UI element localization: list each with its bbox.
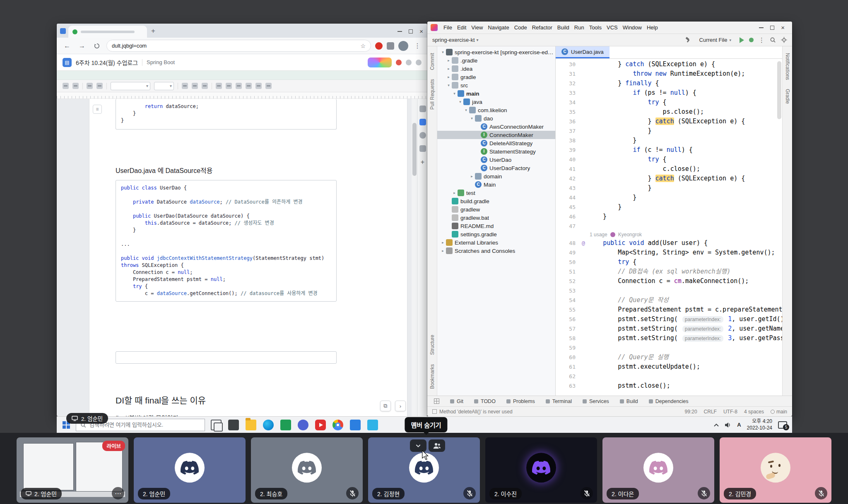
ide-menu-view[interactable]: View [469,23,485,32]
code-line[interactable]: 60 // Query문 실행 [556,353,782,362]
hide-members-button[interactable] [429,439,445,452]
align-left-icon[interactable] [216,83,222,89]
code-line[interactable]: 44 } [556,193,782,202]
project-tree-item[interactable]: ▸test [437,189,555,197]
print-icon[interactable] [87,83,93,89]
project-tree-item[interactable]: CDeleteAllStrategy [437,139,555,147]
table-icon[interactable] [255,83,262,89]
code-line[interactable]: 54 // Query문 작성 [556,295,782,305]
project-tree-item[interactable]: settings.gradle [437,230,555,238]
document-page[interactable]: ≡ return dataSource; }} UserDao.java 에 D… [89,99,407,416]
tool-window-terminal[interactable]: Terminal [546,398,572,404]
code-line[interactable]: 62 [556,372,782,381]
code-line[interactable]: 34 try { [556,98,782,107]
code-line[interactable]: 46 } [556,212,782,221]
ide-menu-tools[interactable]: Tools [587,23,604,32]
ide-menu-window[interactable]: Window [620,23,644,32]
code-line[interactable]: 37 } [556,126,782,136]
taskbar-search-input[interactable] [89,422,200,428]
project-tree-item[interactable]: gradlew [437,205,555,214]
empty-code-block[interactable] [116,351,337,364]
participant-tile-3[interactable]: 2. 최승호 [251,437,363,503]
app-blue-icon[interactable] [298,420,308,430]
project-tree-item[interactable]: ▸Scratches and Consoles [437,247,555,255]
code-line[interactable]: 59 [556,343,782,353]
project-tree-item[interactable]: ▾com.likelion [437,106,555,114]
rail-profile-icon[interactable] [419,132,426,139]
search-everywhere-icon[interactable] [770,37,776,43]
code-line[interactable]: 61 pstmt.executeUpdate(); [556,362,782,372]
editor-scrollbar[interactable] [777,61,781,119]
file-encoding[interactable]: UTF-8 [723,409,737,415]
code-line[interactable]: 57 pstmt.setString( parameterIndex: 2, u… [556,324,782,334]
project-tree-item[interactable]: ▸gradle [437,73,555,81]
code-line[interactable]: 33 if (ps != null) { [556,88,782,98]
collapse-panel-button[interactable]: › [395,401,406,411]
options-icon[interactable] [416,60,422,65]
new-tab-button[interactable]: + [151,27,155,35]
ide-menu-edit[interactable]: Edit [455,23,469,32]
vscode-icon[interactable] [350,420,361,430]
tool-window-tab-commit[interactable]: Commit [429,53,435,70]
tool-window-git[interactable]: Git [450,398,463,404]
tool-window-build[interactable]: Build [620,398,638,404]
app-dark-icon[interactable] [228,420,239,430]
project-tree-item[interactable]: ▾dao [437,114,555,122]
record-icon[interactable] [396,60,402,65]
participant-tile-1[interactable]: 라이브⋯2. 엄순민 [17,437,128,503]
forward-button[interactable]: → [77,41,87,51]
rail-documents-icon[interactable] [419,106,426,112]
rail-add-icon[interactable]: + [421,158,424,166]
tool-window-tab-notifications[interactable]: Notifications [785,53,790,80]
tool-windows-grid-icon[interactable] [434,398,439,404]
indent-setting[interactable]: 4 spaces [744,409,764,415]
project-breadcrumb[interactable]: spring-exercise-kt [432,37,475,43]
tool-window-services[interactable]: Services [583,398,609,404]
participant-tile-5[interactable]: 2. 이수진 [485,437,597,503]
usages-hint[interactable]: 1 usageKyeongrok [556,231,782,238]
code-line[interactable]: 39 if (c != null) { [556,145,782,155]
minimize-button[interactable] [759,27,764,28]
project-tree-item[interactable]: ▾spring-exercise-kt [spring-exercise-edu… [437,48,555,56]
profile-avatar[interactable] [398,41,408,51]
project-tree-item[interactable]: CMain [437,180,555,189]
tool-window-problems[interactable]: Problems [506,398,535,404]
code-line[interactable]: 38 } [556,136,782,145]
redo-icon[interactable] [72,83,79,89]
ide-menu-run[interactable]: Run [572,23,587,32]
ide-menu-code[interactable]: Code [512,23,530,32]
project-tree-item[interactable]: ▾src [437,81,555,89]
project-tree-item[interactable]: ▸domain [437,172,555,180]
code-line[interactable]: 42 } catch (SQLException e) { [556,174,782,183]
format-paint-icon[interactable] [96,83,103,89]
speaker-icon[interactable] [725,422,731,428]
ide-menu-refactor[interactable]: Refactor [530,23,555,32]
undo-icon[interactable] [63,83,69,89]
code-line[interactable]: 49 Map<String, String> env = System.gete… [556,248,782,257]
page-outline-icon[interactable]: ≡ [93,105,102,114]
settings-gear-icon[interactable] [781,37,787,43]
browser-menu-icon[interactable]: ⋮ [412,42,422,50]
code-line[interactable]: 58 pstmt.setString( parameterIndex: 3, u… [556,334,782,343]
doc-title[interactable]: 6주차 10.24(월) 수업로그 [76,58,138,67]
code-line[interactable]: 51 // DB접속 (ex sql workbench실행) [556,267,782,276]
edge-icon[interactable] [263,420,274,430]
italic-icon[interactable] [192,83,198,89]
project-tree-item[interactable]: README.md [437,222,555,230]
ime-indicator[interactable]: A [737,422,741,428]
project-tree-item[interactable]: ▾java [437,98,555,106]
address-input[interactable]: dult.jqbgl=com ☆ [106,40,371,52]
project-tree-item[interactable]: CUserDaoFactory [437,164,555,172]
more-actions-icon[interactable]: ⋮ [759,36,765,44]
project-tree-item[interactable]: build.gradle [437,197,555,205]
ide-menu-file[interactable]: File [441,23,455,32]
build-hammer-icon[interactable] [685,37,691,43]
code-block-datasource-return[interactable]: return dataSource; }} [116,99,337,130]
notification-center-icon[interactable]: 5 [778,421,787,429]
ide-menu-help[interactable]: Help [644,23,660,32]
hidden-icons-chevron-icon[interactable] [714,423,719,427]
editor-tab-userdao[interactable]: C UserDao.java [556,46,610,58]
rail-favorites-icon[interactable] [419,119,426,125]
popout-button[interactable]: ⧉ [380,401,391,411]
code-line[interactable]: 40 try { [556,155,782,164]
